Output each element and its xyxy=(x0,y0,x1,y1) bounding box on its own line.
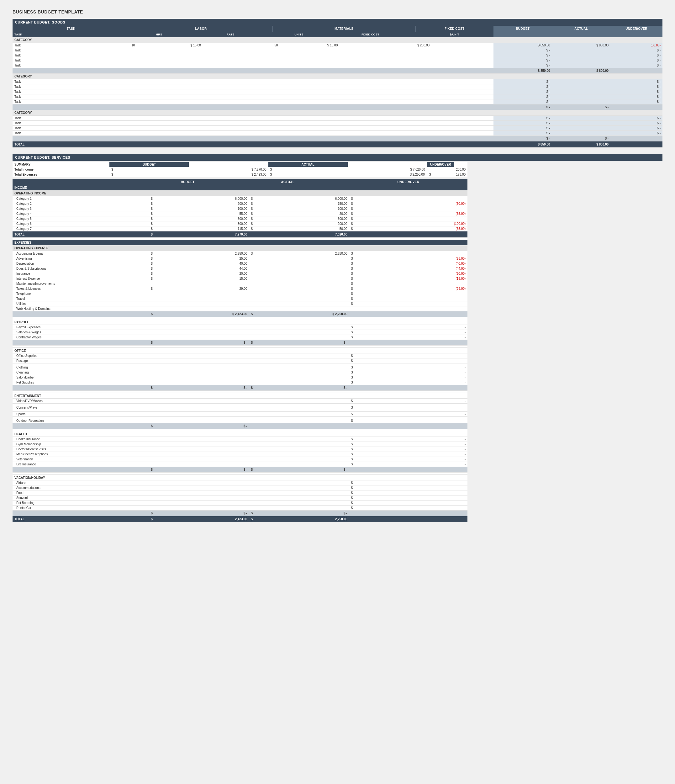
th-budget-sub xyxy=(493,32,552,37)
sub-b-dollar: $ xyxy=(149,467,226,473)
item-uo: - xyxy=(380,301,467,306)
item-b-dollar xyxy=(149,412,226,417)
item-uo: - xyxy=(380,330,467,335)
item-budget: 40.00 xyxy=(226,261,249,266)
task-hrs xyxy=(129,58,188,63)
item-uo: - xyxy=(380,375,467,380)
item-name: Interest Expense xyxy=(12,276,149,281)
item-name: Salaries & Wages xyxy=(12,330,149,335)
task-hrs xyxy=(129,84,188,89)
item-uo: - xyxy=(380,412,467,417)
task-su xyxy=(415,58,493,63)
item-b-dollar xyxy=(149,405,226,410)
item-b-dollar: $ xyxy=(149,261,226,266)
task-hrs xyxy=(129,48,188,53)
goods-table: TASK LABOR MATERIALS FIXED COST BUDGET A… xyxy=(12,26,663,148)
services-data-row: Gym Membership $ - xyxy=(12,442,467,447)
item-uo-dollar: $ xyxy=(349,375,380,380)
item-uo: - xyxy=(380,501,467,506)
ti-act-dollar: $ xyxy=(268,167,348,172)
item-name: Maintenance/Improvements xyxy=(12,281,149,286)
sub-budget: $ - xyxy=(226,385,249,391)
item-a-dollar xyxy=(249,447,327,452)
item-actual xyxy=(327,481,349,485)
item-a-dollar xyxy=(249,301,327,306)
task-hrs xyxy=(129,100,188,104)
item-uo-dollar: $ xyxy=(349,296,380,301)
item-a-dollar: $ xyxy=(249,196,327,201)
item-uo-dollar: $ xyxy=(349,501,380,506)
item-actual xyxy=(327,261,349,266)
total-expenses-label: Total Expenses xyxy=(12,172,109,177)
income-total-budget: 7,270.00 xyxy=(226,232,249,238)
task-fixed xyxy=(325,53,415,58)
item-uo-dollar: $ xyxy=(349,447,380,452)
summary-actual-empty xyxy=(348,162,427,167)
task-su: $ 200.00 xyxy=(415,43,493,48)
item-b-dollar xyxy=(149,506,226,510)
te-dollar: $ xyxy=(109,172,189,177)
item-name: Category 7 xyxy=(12,226,149,232)
item-b-dollar: $ xyxy=(149,212,226,216)
item-a-dollar xyxy=(249,418,327,423)
goods-task-row: Task $ - $ - xyxy=(12,48,663,53)
task-uo: $ - xyxy=(610,84,663,89)
task-actual xyxy=(552,63,611,68)
task-uo: $ - xyxy=(610,126,663,131)
task-hrs xyxy=(129,89,188,94)
item-budget xyxy=(226,437,249,442)
item-uo-dollar: $ xyxy=(349,266,380,271)
task-budget: $ - xyxy=(493,53,552,58)
item-budget xyxy=(226,506,249,510)
goods-total-actual: $ 800.00 xyxy=(552,142,611,148)
item-a-dollar xyxy=(249,375,327,380)
item-a-dollar: $ xyxy=(249,226,327,232)
task-actual xyxy=(552,126,611,131)
item-budget xyxy=(226,485,249,490)
sub-actual: $ - xyxy=(327,467,349,473)
services-data-row: Medicine/Prescriptions $ - xyxy=(12,452,467,457)
goods-subtotal-row: $ 850.00 $ 800.00 xyxy=(12,68,663,74)
task-name: Task xyxy=(12,94,129,100)
task-budget: $ - xyxy=(493,131,552,136)
item-b-dollar: $ xyxy=(149,266,226,271)
item-budget: 44.00 xyxy=(226,266,249,271)
task-fixed xyxy=(325,63,415,68)
task-name: Task xyxy=(12,63,129,68)
item-uo-dollar: $ xyxy=(349,452,380,457)
th-rate: RATE xyxy=(188,32,272,37)
item-uo-dollar: $ xyxy=(349,457,380,462)
services-data-row: Life Insurance $ - xyxy=(12,462,467,467)
item-name: Sports xyxy=(12,412,149,417)
task-su xyxy=(415,79,493,84)
item-uo: (40.00) xyxy=(380,261,467,266)
item-b-dollar xyxy=(149,296,226,301)
item-name: Depreciation xyxy=(12,261,149,266)
services-group-label-row: OFFICE xyxy=(12,348,467,353)
item-name: Concerts/Plays xyxy=(12,405,149,410)
item-uo: - xyxy=(380,442,467,447)
goods-header: CURRENT BUDGET: GOODS xyxy=(12,19,663,26)
item-name: Food xyxy=(12,490,149,496)
item-actual xyxy=(327,457,349,462)
item-b-dollar xyxy=(149,437,226,442)
item-name: Health Insurance xyxy=(12,437,149,442)
item-uo-dollar xyxy=(349,306,380,311)
item-name: Insurance xyxy=(12,271,149,276)
services-data-row: Advertising $ 25.00 $ (25.00) xyxy=(12,256,467,261)
task-name: Task xyxy=(12,126,129,131)
item-budget xyxy=(226,380,249,385)
task-hrs xyxy=(129,126,188,131)
sub-a-dollar: $ xyxy=(249,385,327,391)
gt-act-dollar: $ xyxy=(249,516,327,523)
item-name: Advertising xyxy=(12,256,149,261)
item-uo: - xyxy=(380,196,467,201)
item-uo-dollar: $ xyxy=(349,370,380,375)
services-data-row: Payroll Expenses $ - xyxy=(12,325,467,330)
task-su xyxy=(415,94,493,100)
item-uo: - xyxy=(380,291,467,296)
item-a-dollar: $ xyxy=(249,221,327,226)
item-a-dollar xyxy=(249,380,327,385)
th-hrs: HRS xyxy=(129,32,188,37)
item-uo-dollar: $ xyxy=(349,496,380,501)
